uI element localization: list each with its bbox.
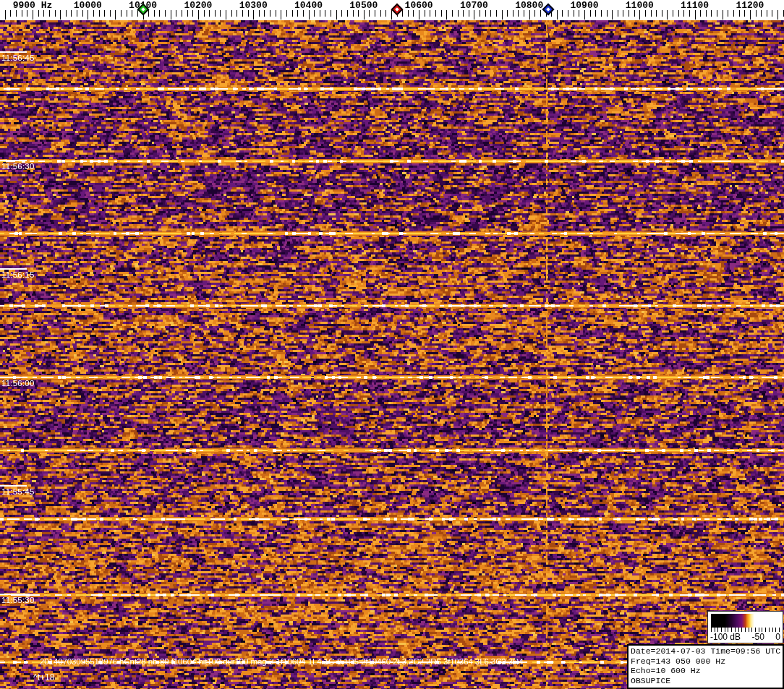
freq-axis-label: 11200 (736, 0, 764, 11)
info-frequency: Freq=143 050 000 Hz (631, 656, 780, 667)
time-label: 11:56:15 (1, 270, 35, 279)
spectrogram-screen: 9900 Hz100001010010200103001040010500106… (0, 0, 784, 689)
time-label: 11:56:30 (1, 162, 35, 171)
info-date-time: Date=2014-07-03 Time=09:56 UTC (631, 646, 780, 656)
freq-axis-label: 10300 (239, 0, 268, 11)
marker-center-dot (547, 7, 551, 12)
time-label: 11:56:45 (1, 54, 35, 62)
freq-axis-label: 10400 (294, 0, 323, 11)
colorbar-gradient (711, 614, 780, 628)
freq-axis-label: 11100 (681, 0, 709, 11)
marker-center-dot (395, 7, 399, 12)
freq-axis-label: 10500 (349, 0, 378, 11)
freq-axis-label: 10200 (184, 0, 212, 11)
time-label: 11:55:30 (1, 596, 35, 604)
spectrogram-canvas (0, 20, 784, 689)
colorbar-labels: -100 dB -50 0 (710, 632, 780, 642)
observation-info-box: Date=2014-07-03 Time=09:56 UTC Freq=143 … (627, 644, 784, 689)
freq-axis-label: 10000 (74, 0, 102, 11)
time-offset-label: ^t+18 (33, 672, 54, 682)
colorbar-label-max: 0 (775, 632, 780, 642)
freq-axis-label: 10800 (515, 0, 543, 11)
colorbar-label-min: -100 dB (710, 632, 741, 642)
db-colorbar: -100 dB -50 0 (707, 611, 783, 643)
freq-axis-label: 10900 (570, 0, 598, 11)
freq-axis-label: 10600 (405, 0, 433, 11)
freq-axis-label: 10700 (460, 0, 488, 11)
info-station: OBSUPICE (631, 676, 780, 686)
detection-text: 20140703095518976 hCnt28 nb-80 f10604 hi… (40, 657, 524, 666)
marker-center-dot (141, 7, 145, 12)
info-echo: Echo=10 600 Hz (631, 666, 780, 676)
time-label: 11:55:45 (1, 487, 35, 496)
freq-axis-label: 9900 Hz (13, 0, 53, 11)
time-label: 11:56:00 (1, 379, 35, 388)
colorbar-label-mid: -50 (752, 632, 764, 642)
frequency-axis: 9900 Hz100001010010200103001040010500106… (0, 0, 784, 20)
freq-axis-label: 11000 (626, 0, 654, 11)
